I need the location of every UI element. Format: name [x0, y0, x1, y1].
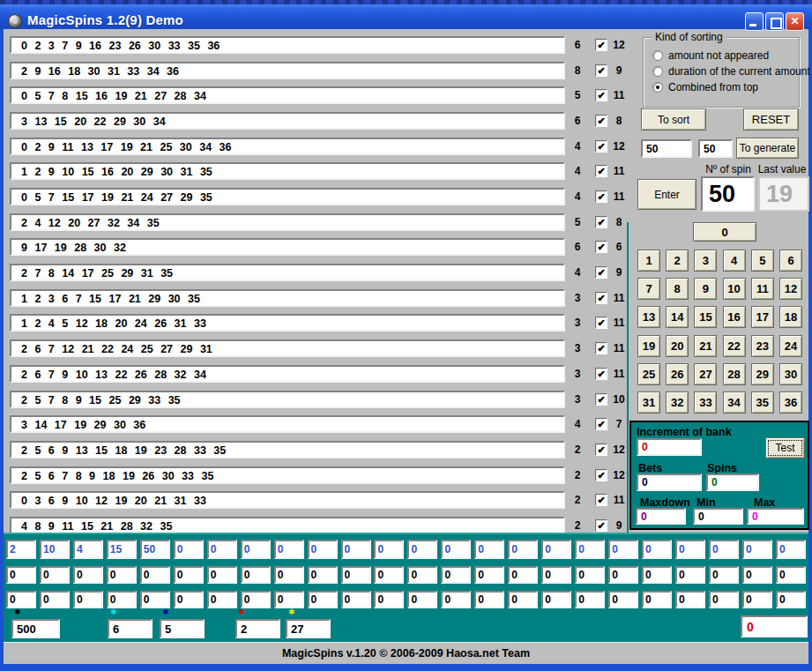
bet-cell-input[interactable]	[642, 540, 672, 559]
number-button-5[interactable]: 5	[751, 250, 774, 272]
bet-cell-input[interactable]	[608, 591, 638, 608]
sequence-field[interactable]: 3 13 15 20 22 29 30 34	[10, 112, 565, 130]
sequence-field[interactable]: 9 17 19 28 30 32	[10, 238, 565, 256]
bet-cell-input[interactable]	[341, 566, 371, 584]
bet-cell-input[interactable]	[742, 591, 772, 608]
number-button-33[interactable]: 33	[694, 391, 717, 414]
row-checkbox[interactable]: ✔	[595, 115, 607, 127]
bet-cell-input[interactable]	[407, 591, 437, 608]
bet-cell-input[interactable]	[709, 591, 739, 608]
row-checkbox[interactable]: ✔	[595, 64, 607, 77]
number-button-8[interactable]: 8	[666, 278, 689, 300]
number-button-4[interactable]: 4	[723, 250, 746, 272]
generate-count-input-1[interactable]	[641, 139, 692, 158]
number-button-14[interactable]: 14	[666, 306, 689, 328]
bet-cell-input[interactable]	[441, 540, 471, 559]
row-checkbox[interactable]: ✔	[595, 241, 607, 253]
number-button-24[interactable]: 24	[779, 335, 802, 357]
stat-value-input[interactable]	[160, 619, 205, 638]
bet-cell-input[interactable]	[441, 591, 471, 608]
bet-cell-input[interactable]	[541, 591, 571, 608]
minimize-button[interactable]	[745, 12, 764, 31]
bet-cell-input[interactable]	[241, 591, 271, 608]
bet-cell-input[interactable]	[308, 540, 338, 559]
row-checkbox[interactable]: ✔	[595, 190, 607, 203]
sequence-field[interactable]: 1 2 9 10 15 16 20 29 30 31 35	[10, 162, 565, 180]
number-button-35[interactable]: 35	[751, 391, 774, 414]
no-of-spin-value[interactable]: 50	[701, 176, 755, 212]
bet-cell-input[interactable]	[541, 566, 571, 584]
bet-cell-input[interactable]	[107, 566, 137, 584]
number-button-34[interactable]: 34	[723, 391, 746, 414]
stat-value-input[interactable]	[108, 619, 153, 638]
sequence-field[interactable]: 1 2 3 6 7 15 17 21 29 30 35	[10, 289, 565, 307]
row-checkbox[interactable]: ✔	[595, 519, 607, 532]
stat-value-input[interactable]	[235, 619, 280, 638]
number-button-0[interactable]: 0	[693, 222, 756, 242]
stat-value-input[interactable]	[286, 619, 331, 638]
test-button[interactable]: Test	[765, 437, 805, 459]
bet-cell-input[interactable]	[508, 591, 538, 608]
number-button-28[interactable]: 28	[723, 363, 746, 385]
number-button-21[interactable]: 21	[694, 335, 717, 357]
bet-cell-input[interactable]	[374, 591, 404, 608]
bet-cell-input[interactable]	[274, 591, 304, 608]
bet-cell-input[interactable]	[73, 540, 103, 559]
bet-cell-input[interactable]	[709, 566, 739, 584]
bet-cell-input[interactable]	[274, 566, 304, 584]
bet-cell-input[interactable]	[341, 591, 371, 608]
row-checkbox[interactable]: ✔	[595, 418, 607, 430]
bet-cell-input[interactable]	[675, 566, 705, 584]
number-button-36[interactable]: 36	[779, 391, 802, 414]
number-button-12[interactable]: 12	[779, 278, 802, 300]
sequence-field[interactable]: 1 2 4 5 12 18 20 24 26 31 33	[10, 314, 565, 332]
number-button-16[interactable]: 16	[723, 306, 746, 328]
bet-cell-input[interactable]	[207, 540, 237, 559]
row-checkbox[interactable]: ✔	[595, 393, 607, 406]
maximize-button[interactable]	[765, 12, 784, 31]
sequence-field[interactable]: 0 5 7 15 17 19 21 24 27 29 35	[10, 188, 565, 205]
sequence-field[interactable]: 2 5 6 7 8 9 18 19 26 30 33 35	[10, 466, 565, 484]
sequence-field[interactable]: 4 8 9 11 15 21 28 32 35	[10, 517, 565, 534]
number-button-26[interactable]: 26	[666, 363, 689, 385]
number-button-20[interactable]: 20	[666, 335, 689, 357]
title-bar[interactable]: MagicSpins 1.2(9) Demo	[0, 4, 812, 29]
bet-cell-input[interactable]	[441, 566, 471, 584]
enter-button[interactable]: Enter	[637, 179, 697, 210]
row-checkbox[interactable]: ✔	[595, 342, 607, 354]
row-checkbox[interactable]: ✔	[595, 165, 607, 177]
bet-cell-input[interactable]	[241, 540, 271, 559]
bet-cell-input[interactable]	[575, 540, 605, 559]
number-button-27[interactable]: 27	[694, 363, 717, 385]
row-checkbox[interactable]: ✔	[595, 317, 607, 329]
bet-cell-input[interactable]	[341, 540, 371, 559]
row-checkbox[interactable]: ✔	[595, 89, 607, 101]
maxdown-input[interactable]	[636, 508, 686, 525]
bet-cell-input[interactable]	[508, 540, 538, 559]
bet-cell-input[interactable]	[776, 540, 806, 559]
bet-cell-input[interactable]	[140, 591, 170, 608]
row-checkbox[interactable]: ✔	[595, 266, 607, 279]
number-button-3[interactable]: 3	[694, 250, 717, 272]
max-input[interactable]	[747, 508, 804, 525]
bet-cell-input[interactable]	[174, 566, 204, 584]
number-button-30[interactable]: 30	[779, 363, 802, 385]
bet-cell-input[interactable]	[374, 566, 404, 584]
generate-count-input-2[interactable]	[698, 139, 733, 158]
sequence-field[interactable]: 2 6 7 12 21 22 24 25 27 29 31	[10, 339, 565, 357]
bet-cell-input[interactable]	[107, 540, 137, 559]
bet-cell-input[interactable]	[642, 591, 672, 608]
row-checkbox[interactable]: ✔	[595, 140, 607, 153]
min-input[interactable]	[693, 508, 743, 525]
bet-cell-input[interactable]	[207, 566, 237, 584]
bet-cell-input[interactable]	[140, 566, 170, 584]
bet-cell-input[interactable]	[107, 591, 137, 608]
bet-cell-input[interactable]	[274, 540, 304, 559]
number-button-7[interactable]: 7	[637, 278, 660, 300]
bet-cell-input[interactable]	[776, 591, 806, 608]
row-checkbox[interactable]: ✔	[595, 292, 607, 304]
row-checkbox[interactable]: ✔	[595, 368, 607, 380]
to-sort-button[interactable]: To sort	[641, 108, 706, 130]
bet-cell-input[interactable]	[374, 540, 404, 559]
number-button-10[interactable]: 10	[723, 278, 746, 300]
